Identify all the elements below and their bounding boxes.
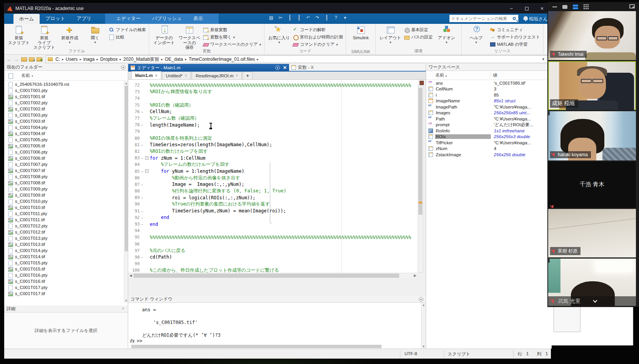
ribbon-button-Simulink[interactable]: Simulink xyxy=(349,25,372,49)
workspace-column-header[interactable]: 名前 ▴ 値 xyxy=(426,71,552,80)
file-row[interactable]: s_C001T015.pty xyxy=(4,260,124,266)
ribbon-button-お気に入り[interactable]: お気に入り▾ xyxy=(268,25,291,49)
workspace-variable-row[interactable]: ZstackImage256x256 double xyxy=(426,152,552,158)
undo-icon[interactable]: ↶ xyxy=(305,15,311,20)
tab-close-icon[interactable]: × xyxy=(185,73,187,78)
file-row[interactable]: s_C001T011.pty xyxy=(4,210,124,217)
workspace-variable-row[interactable]: ImagePath"C:¥Users¥inaga... xyxy=(426,104,552,110)
file-row[interactable]: s_C001T004.tif xyxy=(4,130,124,137)
file-row[interactable]: s_C001T001.tif xyxy=(4,94,124,100)
ribbon-button-サポートのリクエスト[interactable]: サポートのリクエスト xyxy=(490,34,540,40)
file-row[interactable]: s_C001T003.tif xyxy=(4,118,124,124)
scroll-right-icon[interactable]: ▶ xyxy=(413,273,418,278)
ribbon-button-コマンドのクリア[interactable]: コマンドのクリア▾ xyxy=(293,42,343,47)
file-row[interactable]: s_C001T012.tif xyxy=(4,229,124,235)
window-close-button[interactable]: × xyxy=(535,3,549,13)
file-row[interactable]: s_254057616-15104079.roi xyxy=(4,81,124,87)
details-collapse-icon[interactable]: ˅ xyxy=(121,307,125,311)
details-header[interactable]: 詳細 ˅ xyxy=(4,306,128,312)
ribbon-button-ワークスペースの保存[interactable]: ワークスペースの 保存 xyxy=(178,25,201,49)
command-window[interactable]: ans = 's_C001T085.tif' どんだけROI必要ですん(* ‘∀… xyxy=(128,303,426,349)
ribbon-button-比較[interactable]: 比較 xyxy=(109,34,146,40)
breadcrumb-caret-icon[interactable]: ▼ xyxy=(542,57,546,61)
scroll-left-icon[interactable]: ◀ xyxy=(128,273,133,278)
zoom-minimize-icon[interactable] xyxy=(552,7,557,7)
quick-access-caret-icon[interactable]: ▾ xyxy=(342,15,348,20)
workspace-variable-row[interactable]: TifPicker"C:¥Users¥inaga... xyxy=(426,140,552,146)
ribbon-button-実行および時間の計測[interactable]: 実行および時間の計測 xyxy=(293,34,343,40)
breadcrumb-segment[interactable]: inaga xyxy=(82,57,95,62)
breadcrumb-segment[interactable]: Users xyxy=(65,57,79,62)
file-row[interactable]: s_C001T005.pty xyxy=(4,137,124,143)
breadcrumb-segment[interactable]: TimeControllerImage_01.oif.files xyxy=(187,57,256,62)
back-icon[interactable]: ← xyxy=(7,57,12,62)
browse-folder-icon[interactable]: ● xyxy=(29,57,35,62)
scrollbar-thumb[interactable] xyxy=(418,88,422,215)
file-list-scrollbar[interactable]: ▲ ▼ xyxy=(124,81,128,303)
file-row[interactable]: s_C001T010.tif xyxy=(4,204,124,210)
tab-close-icon[interactable]: × xyxy=(236,73,238,78)
up-one-level-icon[interactable]: ↑ xyxy=(21,57,27,62)
logged-in-user[interactable]: 稲垣さん xyxy=(529,16,548,22)
command-window-scrollbar[interactable]: ▲ ▼ xyxy=(421,303,426,349)
scroll-up-icon[interactable]: ▲ xyxy=(422,303,426,307)
editor-tab-ReadImageJROI.m[interactable]: ReadImageJROI.m× xyxy=(192,72,242,79)
window-maximize-button[interactable] xyxy=(520,3,533,13)
tab-エディター[interactable]: エディター xyxy=(110,13,147,24)
breadcrumb-segment[interactable]: Dropbox xyxy=(99,57,119,62)
file-row[interactable]: s_C001T014.tif xyxy=(4,254,124,260)
ribbon-button-新規作成[interactable]: 新規作成▾ xyxy=(58,25,81,49)
workspace-variable-row[interactable]: RoiInfo1x1 imfreehand xyxy=(426,128,552,134)
file-row[interactable]: s_C001T003.pty xyxy=(4,112,124,118)
documentation-search[interactable] xyxy=(449,15,519,22)
command-prompt-row[interactable]: fx >> xyxy=(130,338,142,344)
ribbon-button-ファイルの検索[interactable]: ファイルの検索 xyxy=(109,27,146,33)
code-fold-icon[interactable]: − xyxy=(145,169,149,173)
forward-icon[interactable]: → xyxy=(14,57,19,62)
breadcrumb-segment[interactable]: 2020_Matlab実習 xyxy=(122,56,160,63)
file-row[interactable]: s_C001T017.pty xyxy=(4,284,124,291)
chevron-down-icon[interactable] xyxy=(593,298,597,302)
command-window-hscroll-thumb[interactable] xyxy=(131,345,381,348)
editor-vertical-scrollbar[interactable] xyxy=(418,86,423,273)
new-folder-icon[interactable]: ✚ xyxy=(37,57,42,62)
help-icon[interactable]: ? xyxy=(333,15,339,20)
zoom-participant-tile[interactable]: 武島 光里 xyxy=(548,259,636,306)
search-icon[interactable] xyxy=(513,17,516,20)
file-row[interactable]: s_C001T006.pty xyxy=(4,149,124,155)
file-row[interactable]: s_C001T017.tif xyxy=(4,291,124,297)
file-row[interactable]: s_C001T012.pty xyxy=(4,223,124,229)
breadcrumb-segment[interactable]: C: xyxy=(54,57,61,62)
file-list[interactable]: s_254057616-15104079.rois_C001T001.ptys_… xyxy=(4,81,124,303)
breadcrumb-segment[interactable]: OE_data xyxy=(164,57,184,62)
save-icon[interactable]: ▤ xyxy=(268,15,274,20)
ribbon-button-アドオン[interactable]: アドオン▾ xyxy=(435,25,458,49)
paste-icon[interactable] xyxy=(296,15,302,20)
file-row[interactable]: s_C001T004.pty xyxy=(4,124,124,130)
workspace-variable-row[interactable]: zNum4 xyxy=(426,146,552,152)
switch-windows-icon[interactable] xyxy=(324,15,330,20)
warning-marker[interactable] xyxy=(418,202,422,204)
file-row[interactable]: s_C001T009.pty xyxy=(4,186,124,192)
tab-ホーム[interactable]: ホーム xyxy=(13,14,40,24)
tab-close-icon[interactable]: × xyxy=(155,73,157,78)
notification-bell-icon[interactable] xyxy=(524,16,528,20)
scrollbar-thumb[interactable] xyxy=(134,274,399,278)
ribbon-button-ヘルプ[interactable]: ヘルプ▾ xyxy=(465,25,488,49)
scroll-down-icon[interactable]: ▼ xyxy=(422,344,426,349)
editor-panel-titlebar[interactable]: エディター - Main1.m ▾ ✕ xyxy=(128,64,289,72)
file-row[interactable]: s_C001T010.pty xyxy=(4,198,124,204)
file-row[interactable]: s_C001T013.pty xyxy=(4,235,124,241)
ribbon-button-新規変数[interactable]: 新規変数 xyxy=(203,27,261,33)
scroll-up-icon[interactable]: ▲ xyxy=(124,81,128,86)
zoom-popout-icon[interactable] xyxy=(629,4,635,8)
workspace-variable-row[interactable]: Path"C:¥Users¥inaga... xyxy=(426,116,552,122)
code-editor[interactable]: 72%%%%%%%%%%%%%%%%%%%%%%%%%%%%%%%%%%%%%%… xyxy=(128,80,418,273)
file-row[interactable]: s_C001T014.pty xyxy=(4,247,124,254)
window-minimize-button[interactable]: − xyxy=(505,3,518,13)
file-row[interactable]: s_C001T006.tif xyxy=(4,155,124,161)
speaker-view-icon[interactable] xyxy=(573,5,578,9)
ribbon-button-コミュニティ[interactable]: コミュニティ xyxy=(490,27,540,33)
command-window-menu-icon[interactable]: ▾ xyxy=(419,297,423,302)
ribbon-button-基本設定[interactable]: 基本設定 xyxy=(404,27,433,33)
